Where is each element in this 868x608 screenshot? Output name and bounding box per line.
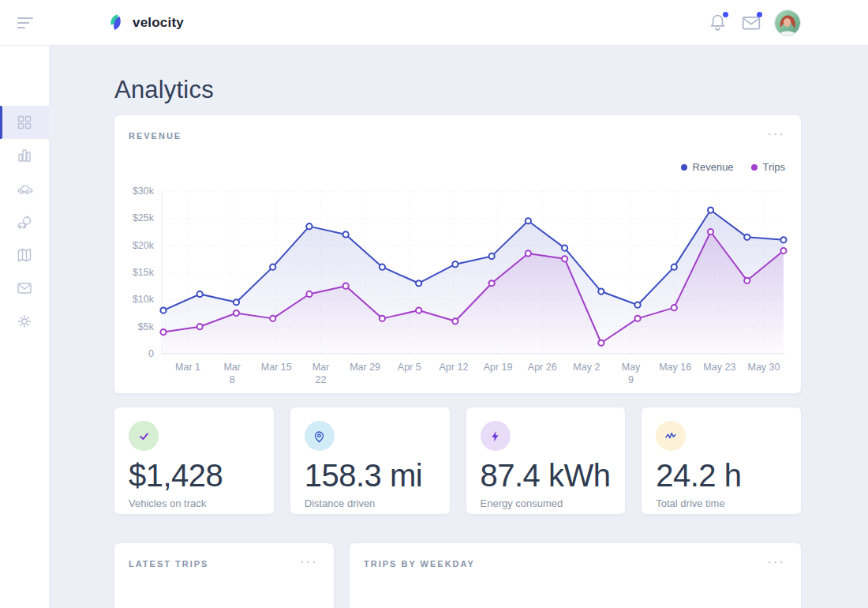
svg-text:$15k: $15k [133, 267, 155, 278]
notification-badge [723, 12, 728, 17]
sidebar-item-dashboard[interactable] [0, 106, 49, 139]
trips-by-weekday-menu-button[interactable]: ··· [767, 559, 785, 565]
svg-text:9: 9 [628, 374, 634, 385]
bottom-row: LATEST TRIPS ··· TRIPS BY WEEKDAY ··· [114, 543, 801, 608]
stat-card-drive-time: 24.2 h Total drive time [642, 407, 801, 514]
legend-item-trips[interactable]: Trips [751, 161, 785, 173]
svg-text:Mar: Mar [223, 362, 241, 373]
trips-legend-dot [751, 164, 758, 171]
user-avatar[interactable] [775, 10, 800, 36]
location-pin-icon [305, 421, 335, 451]
lightning-bolt-icon [481, 421, 511, 451]
svg-text:$20k: $20k [133, 240, 155, 251]
dashboard-grid-icon [16, 114, 33, 131]
svg-text:May 2: May 2 [573, 362, 600, 373]
svg-text:$25k: $25k [133, 212, 155, 223]
pulse-icon [656, 421, 686, 451]
sidebar-item-map[interactable] [0, 238, 49, 272]
gear-icon [16, 313, 33, 330]
svg-text:Mar 15: Mar 15 [261, 362, 292, 373]
sidebar-item-settings[interactable] [0, 305, 49, 338]
velocity-leaf-icon [109, 13, 126, 32]
stat-label: Total drive time [656, 497, 787, 509]
svg-text:Apr 5: Apr 5 [398, 362, 421, 373]
revenue-chart: $30k$25k$20k$15k$10k$5k0Mar 1Mar8Mar 15M… [114, 180, 801, 387]
revenue-card-menu-button[interactable]: ··· [767, 131, 785, 137]
chart-legend: Revenue Trips [681, 161, 785, 173]
revenue-legend-dot [681, 164, 687, 171]
svg-text:$10k: $10k [133, 294, 155, 305]
check-icon [129, 421, 159, 451]
brand-logo[interactable]: velocity [109, 13, 184, 32]
svg-text:May: May [622, 362, 641, 373]
stat-card-energy: 87.4 kWh Energy consumed [466, 407, 626, 514]
trips-by-weekday-card: TRIPS BY WEEKDAY ··· [350, 543, 801, 608]
sidebar-item-vehicles[interactable] [0, 172, 49, 205]
svg-text:$30k: $30k [133, 186, 155, 197]
latest-trips-menu-button[interactable]: ··· [300, 559, 318, 565]
trips-legend-label: Trips [763, 161, 785, 173]
hamburger-menu-icon[interactable] [17, 17, 33, 28]
legend-item-revenue[interactable]: Revenue [681, 161, 734, 173]
revenue-legend-label: Revenue [693, 161, 734, 173]
stat-card-distance: 158.3 mi Distance driven [290, 407, 450, 514]
mail-icon [16, 280, 33, 297]
main-content: Analytics REVENUE ··· Revenue Trips $30k… [49, 46, 868, 608]
message-badge [757, 12, 762, 17]
svg-text:May 30: May 30 [748, 362, 780, 373]
svg-text:0: 0 [148, 348, 154, 359]
stats-row: $1,428 Vehicles on track 158.3 mi Distan… [114, 407, 801, 514]
svg-text:Apr 19: Apr 19 [484, 362, 513, 373]
svg-text:Mar 29: Mar 29 [350, 362, 380, 373]
messages-button[interactable] [739, 11, 763, 35]
latest-trips-header: LATEST TRIPS [129, 559, 208, 569]
car-service-icon [16, 213, 33, 231]
stat-value: 24.2 h [656, 458, 787, 494]
topbar: velocity [0, 0, 868, 46]
svg-text:Apr 12: Apr 12 [440, 362, 469, 373]
car-icon [16, 180, 33, 197]
stat-label: Vehicles on track [129, 497, 260, 509]
svg-text:Mar 1: Mar 1 [175, 362, 200, 373]
latest-trips-card: LATEST TRIPS ··· [114, 543, 334, 608]
svg-text:8: 8 [230, 374, 235, 385]
stat-card-vehicles: $1,428 Vehicles on track [114, 407, 274, 514]
stat-label: Energy consumed [481, 497, 612, 509]
bar-chart-icon [16, 147, 33, 164]
notifications-button[interactable] [705, 11, 729, 35]
stat-value: $1,428 [129, 458, 260, 494]
svg-text:$5k: $5k [138, 321, 155, 332]
trips-by-weekday-header: TRIPS BY WEEKDAY [364, 559, 475, 569]
svg-text:Mar: Mar [312, 362, 330, 373]
sidebar-item-analytics[interactable] [0, 139, 49, 172]
revenue-card-header: REVENUE [129, 131, 181, 141]
sidebar-item-messages[interactable] [0, 272, 49, 305]
svg-text:May 23: May 23 [703, 362, 735, 373]
sidebar [0, 46, 49, 608]
stat-label: Distance driven [305, 497, 436, 509]
stat-value: 158.3 mi [305, 458, 436, 494]
stat-value: 87.4 kWh [481, 458, 612, 494]
page-title: Analytics [114, 46, 801, 104]
svg-text:May 16: May 16 [659, 362, 691, 373]
map-icon [16, 246, 33, 264]
svg-text:22: 22 [316, 374, 327, 385]
svg-text:Apr 26: Apr 26 [528, 362, 557, 373]
sidebar-item-service[interactable] [0, 205, 49, 238]
revenue-card: REVENUE ··· Revenue Trips $30k$25k$20k$1… [114, 115, 801, 393]
brand-name: velocity [133, 15, 184, 31]
